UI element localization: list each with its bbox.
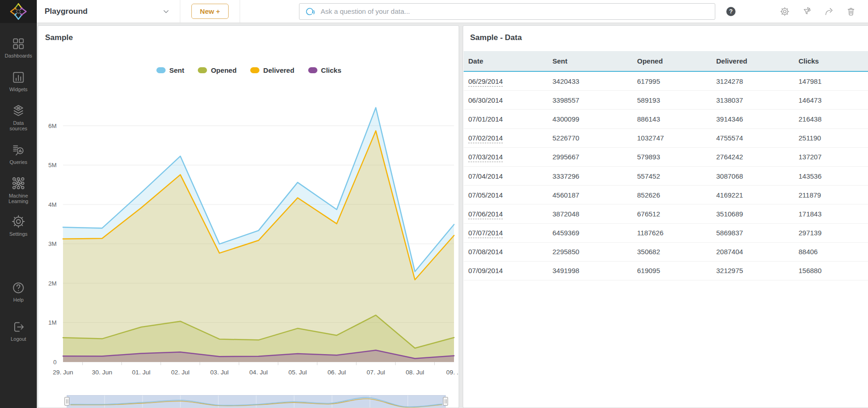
- column-header-date[interactable]: Date: [468, 57, 552, 65]
- metric-value: 156880: [799, 267, 822, 274]
- column-header-clicks[interactable]: Clicks: [799, 57, 868, 65]
- chart-widget-panel: Sample SentOpenedDeliveredClicks 01M2M3M…: [38, 25, 459, 408]
- column-header-delivered[interactable]: Delivered: [716, 57, 799, 65]
- sidebar-item-machine-learning[interactable]: Machine Learning: [0, 176, 37, 204]
- sample-area-chart[interactable]: 01M2M3M4M5M6M29. Jun30. Jun01. Jul02. Ju…: [38, 83, 459, 387]
- svg-text:03. Jul: 03. Jul: [210, 369, 229, 376]
- main-content: Sample SentOpenedDeliveredClicks 01M2M3M…: [37, 23, 868, 408]
- svg-text:06. Jul: 06. Jul: [328, 369, 346, 376]
- svg-text:07. Jul: 07. Jul: [367, 369, 385, 376]
- metric-value: 3872048: [552, 210, 579, 218]
- cell-clicks: 171843: [799, 210, 868, 218]
- date-value: 07/05/2014: [468, 191, 503, 199]
- sidebar-item-settings[interactable]: Settings: [0, 214, 37, 237]
- date-value[interactable]: 07/02/2014: [468, 134, 503, 143]
- cell-date: 07/04/2014: [468, 172, 552, 180]
- cell-clicks: 146473: [799, 96, 868, 104]
- sidebar-item-queries[interactable]: Queries: [0, 143, 37, 165]
- date-value[interactable]: 06/29/2014: [468, 77, 503, 87]
- cell-delivered: 3087068: [716, 172, 799, 180]
- filter-sparkle-icon[interactable]: [802, 6, 812, 17]
- sidebar-item-widgets[interactable]: Widgets: [0, 70, 37, 92]
- workspace-selector[interactable]: Playground: [37, 0, 180, 23]
- topbar: Playground New + ?: [37, 0, 868, 23]
- new-button-section: New +: [180, 0, 240, 23]
- metric-value: 4560187: [552, 191, 579, 199]
- navigator-handle-right[interactable]: [443, 397, 448, 406]
- ask-data-search[interactable]: [299, 3, 715, 20]
- legend-swatch: [250, 67, 259, 73]
- metric-value: 350682: [637, 248, 660, 256]
- app-logo[interactable]: [0, 0, 37, 23]
- trash-icon[interactable]: [846, 6, 856, 17]
- metric-value: 3138037: [716, 96, 743, 104]
- svg-text:1M: 1M: [48, 319, 57, 326]
- metric-value: 3087068: [716, 172, 743, 180]
- sidebar-item-dashboards[interactable]: Dashboards: [0, 37, 37, 58]
- column-header-sent[interactable]: Sent: [552, 57, 637, 65]
- chart-navigator[interactable]: [67, 395, 446, 408]
- search-input[interactable]: [320, 7, 715, 16]
- metric-value: 1187626: [637, 229, 663, 237]
- cell-clicks: 88406: [799, 248, 868, 256]
- navigator-handle-left[interactable]: [64, 397, 69, 406]
- svg-text:08. Jul: 08. Jul: [406, 369, 424, 376]
- new-button[interactable]: New +: [191, 4, 229, 19]
- metric-value: 3212975: [716, 267, 743, 274]
- cell-sent: 3398557: [552, 96, 637, 104]
- cell-sent: 6459369: [552, 229, 637, 237]
- cell-clicks: 147981: [799, 77, 868, 85]
- cell-clicks: 143536: [799, 172, 868, 180]
- sidebar-item-help[interactable]: Help: [0, 281, 37, 303]
- date-value[interactable]: 07/03/2014: [468, 153, 503, 162]
- svg-text:0: 0: [53, 359, 57, 366]
- date-value: 07/09/2014: [468, 267, 503, 274]
- metric-value: 3914346: [716, 115, 743, 123]
- metric-value: 3491998: [552, 267, 579, 274]
- metric-value: 3510689: [716, 210, 743, 218]
- svg-text:29. Jun: 29. Jun: [53, 369, 73, 376]
- sidebar-item-logout[interactable]: Logout: [0, 320, 37, 342]
- metric-value: 88406: [799, 248, 818, 256]
- cell-sent: 3872048: [552, 210, 637, 218]
- chart-legend: SentOpenedDeliveredClicks: [38, 66, 459, 74]
- legend-item-opened[interactable]: Opened: [198, 66, 236, 74]
- metric-value: 852626: [637, 191, 660, 199]
- data-table-panel: Sample - Data DateSentOpenedDeliveredCli…: [463, 25, 868, 408]
- date-value[interactable]: 07/07/2014: [468, 229, 503, 238]
- metric-value: 1032747: [637, 134, 664, 142]
- help-circle-icon[interactable]: ?: [726, 7, 736, 16]
- sidebar-item-label: Dashboards: [5, 53, 32, 58]
- cell-opened: 589193: [637, 96, 716, 104]
- cell-sent: 5226770: [552, 134, 637, 142]
- cell-delivered: 4755574: [716, 134, 799, 142]
- dashboard-settings-icon[interactable]: [780, 6, 790, 17]
- cell-delivered: 2087404: [716, 248, 799, 256]
- cell-delivered: 3124278: [716, 77, 799, 85]
- svg-text:6M: 6M: [48, 122, 57, 129]
- svg-text:09. ...: 09. ...: [446, 369, 459, 376]
- cell-clicks: 216438: [799, 115, 868, 123]
- cell-opened: 1032747: [637, 134, 716, 142]
- share-icon[interactable]: [824, 6, 834, 17]
- column-header-opened[interactable]: Opened: [637, 57, 716, 65]
- cell-clicks: 156880: [799, 267, 868, 274]
- date-value[interactable]: 07/06/2014: [468, 210, 503, 219]
- metric-value: 171843: [799, 210, 822, 218]
- svg-text:01. Jul: 01. Jul: [132, 369, 150, 376]
- chevron-down-icon: [161, 7, 171, 16]
- data-sources-icon: [11, 104, 25, 118]
- cell-clicks: 211879: [799, 191, 868, 199]
- svg-text:3M: 3M: [48, 240, 57, 247]
- table-row: 07/08/20142295850350682208740488406: [464, 243, 868, 262]
- legend-item-delivered[interactable]: Delivered: [250, 66, 294, 74]
- cell-opened: 1187626: [637, 229, 716, 237]
- metric-value: 589193: [637, 96, 660, 104]
- sidebar-item-data-sources[interactable]: Data sources: [0, 104, 37, 131]
- cell-opened: 579893: [637, 153, 716, 161]
- metric-value: 5869837: [716, 229, 743, 237]
- cell-clicks: 297139: [799, 229, 868, 237]
- machine-learning-icon: [11, 176, 26, 191]
- legend-item-clicks[interactable]: Clicks: [308, 66, 341, 74]
- legend-item-sent[interactable]: Sent: [156, 66, 184, 74]
